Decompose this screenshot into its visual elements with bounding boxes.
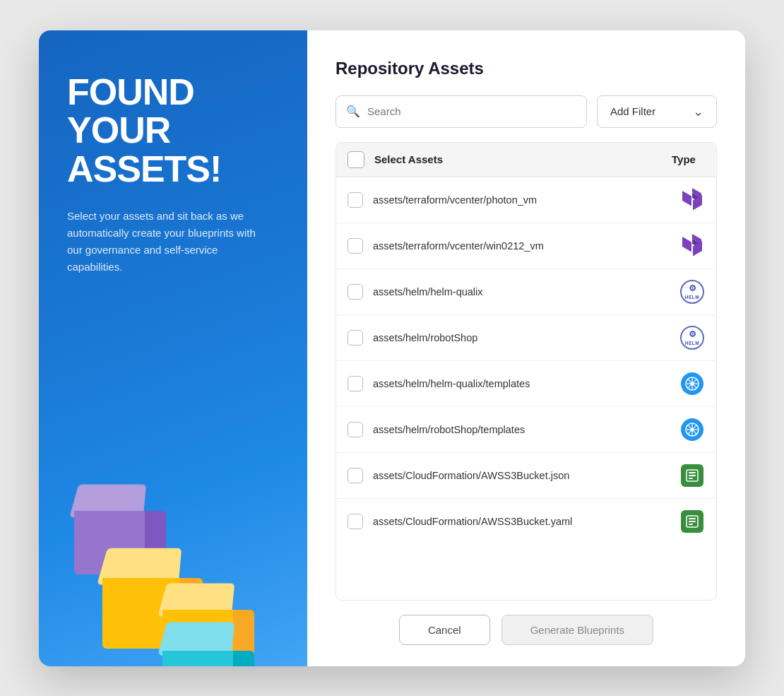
- generate-blueprints-button[interactable]: Generate Blueprints: [501, 615, 653, 645]
- block-cyan-top: [158, 622, 234, 655]
- search-input[interactable]: [367, 105, 576, 117]
- table-row: assets/helm/helm-qualix ⚙ HELM: [336, 269, 716, 315]
- terraform-icon: [682, 234, 703, 258]
- left-panel: FOUND YOUR ASSETS! Select your assets an…: [39, 30, 307, 666]
- cloudformation-icon: [681, 510, 703, 533]
- table-row: assets/CloudFormation/AWSS3Bucket.json: [336, 453, 716, 499]
- row-icon-5: [679, 371, 705, 396]
- row-checkbox-6[interactable]: [348, 422, 363, 437]
- panel-title: Repository Assets: [335, 59, 717, 78]
- table-row: assets/terraform/vcenter/win0212_vm: [336, 223, 716, 269]
- terraform-icon: [682, 188, 703, 212]
- row-icon-8: [679, 509, 705, 534]
- row-checkbox-2[interactable]: [348, 238, 363, 254]
- row-checkbox-4[interactable]: [348, 330, 363, 346]
- search-icon: 🔍: [346, 105, 360, 118]
- row-checkbox-5[interactable]: [348, 376, 363, 391]
- row-checkbox-3[interactable]: [348, 284, 363, 300]
- svg-rect-25: [689, 518, 696, 519]
- block-cyan-front: [162, 651, 233, 666]
- svg-rect-23: [689, 478, 693, 479]
- kubernetes-icon: [681, 418, 703, 441]
- row-checkbox-1[interactable]: [348, 192, 363, 208]
- svg-rect-27: [689, 524, 693, 525]
- row-name-7: assets/CloudFormation/AWSS3Bucket.json: [373, 470, 679, 481]
- table-row: assets/CloudFormation/AWSS3Bucket.yaml: [336, 499, 716, 544]
- right-panel: Repository Assets 🔍 Add Filter ⌄ Select …: [307, 30, 745, 666]
- svg-rect-22: [689, 475, 696, 476]
- row-name-5: assets/helm/helm-qualix/templates: [373, 378, 679, 389]
- svg-marker-6: [682, 237, 691, 252]
- left-panel-title: FOUND YOUR ASSETS!: [67, 73, 279, 189]
- svg-marker-2: [682, 191, 691, 206]
- column-header-assets: Select Assets: [374, 153, 663, 165]
- helm-icon: ⚙ HELM: [680, 280, 704, 304]
- table-header: Select Assets Type: [336, 143, 716, 177]
- row-name-2: assets/terraform/vcenter/win0212_vm: [373, 240, 679, 252]
- row-icon-7: [679, 463, 705, 488]
- assets-table: Select Assets Type assets/terraform/vcen…: [335, 142, 717, 601]
- row-name-6: assets/helm/robotShop/templates: [373, 424, 679, 435]
- modal: FOUND YOUR ASSETS! Select your assets an…: [39, 30, 745, 666]
- helm-icon: ⚙ HELM: [680, 326, 704, 350]
- row-name-8: assets/CloudFormation/AWSS3Bucket.yaml: [373, 516, 679, 527]
- row-icon-3: ⚙ HELM: [679, 279, 705, 305]
- row-icon-1: [679, 187, 705, 213]
- cloudformation-icon: [681, 464, 703, 487]
- table-row: assets/helm/helm-qualix/templates: [336, 361, 716, 407]
- svg-rect-26: [689, 521, 696, 522]
- search-box[interactable]: 🔍: [335, 95, 587, 128]
- cancel-button[interactable]: Cancel: [399, 615, 490, 645]
- block-cyan-side: [233, 651, 254, 666]
- row-icon-2: [679, 233, 705, 259]
- row-name-4: assets/helm/robotShop: [373, 332, 679, 343]
- toolbar: 🔍 Add Filter ⌄: [335, 95, 717, 128]
- decorative-blocks: [39, 426, 307, 666]
- row-icon-6: [679, 417, 705, 442]
- left-panel-description: Select your assets and sit back as we au…: [67, 208, 265, 276]
- kubernetes-icon: [681, 372, 703, 395]
- svg-rect-21: [689, 472, 696, 473]
- chevron-down-icon: ⌄: [693, 104, 703, 119]
- add-filter-button[interactable]: Add Filter ⌄: [597, 95, 717, 128]
- row-checkbox-7[interactable]: [348, 468, 363, 483]
- row-name-3: assets/helm/helm-qualix: [373, 286, 679, 297]
- row-icon-4: ⚙ HELM: [679, 325, 705, 350]
- table-row: assets/helm/robotShop/templates: [336, 407, 716, 453]
- table-row: assets/terraform/vcenter/photon_vm: [336, 177, 716, 223]
- select-all-checkbox[interactable]: [348, 151, 364, 168]
- row-name-1: assets/terraform/vcenter/photon_vm: [373, 194, 679, 206]
- footer: Cancel Generate Blueprints: [335, 615, 717, 645]
- row-checkbox-8[interactable]: [348, 514, 363, 529]
- column-header-type: Type: [663, 153, 705, 165]
- filter-button-label: Add Filter: [610, 105, 655, 117]
- table-row: assets/helm/robotShop ⚙ HELM: [336, 315, 716, 361]
